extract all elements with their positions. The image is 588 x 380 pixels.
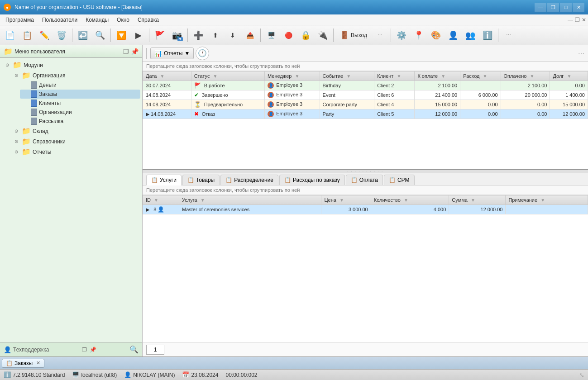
sidebar-item-organizatsii[interactable]: ▷ Организации xyxy=(20,108,140,117)
col-header-status[interactable]: Статус ▼ xyxy=(191,71,264,81)
page-number-input[interactable] xyxy=(146,345,164,355)
sidebar-pin-icon[interactable]: 📌 xyxy=(131,48,139,55)
menu-right-restore[interactable]: ❐ xyxy=(575,17,580,23)
expand-organization[interactable]: ⊙ xyxy=(13,72,20,79)
toolbar-edit[interactable]: ✏️ xyxy=(36,27,53,43)
cell-note xyxy=(506,205,588,214)
clock-button[interactable]: 🕐 xyxy=(196,47,209,60)
sidebar-item-zakazy[interactable]: ▷ Заказы xyxy=(20,90,140,99)
toolbar-screen2[interactable]: 🔴 xyxy=(280,27,296,43)
table-row[interactable]: ▶ 8 👤 Master of ceremonies services 3 00… xyxy=(143,205,588,214)
maximize-button[interactable]: □ xyxy=(560,3,572,12)
tab-oplata[interactable]: 📋 Оплата xyxy=(346,175,383,185)
menu-programa[interactable]: Программа xyxy=(2,16,38,24)
close-button[interactable]: ✕ xyxy=(573,3,584,12)
expand-sprav[interactable]: ⊙ xyxy=(13,138,20,145)
col-header-paid[interactable]: Оплачено ▼ xyxy=(501,71,550,81)
toolbar-users[interactable]: 👥 xyxy=(462,27,478,43)
toolbar-flag[interactable]: 🚩 xyxy=(152,27,168,43)
status-resize-icon[interactable]: ⤡ xyxy=(579,371,584,379)
tab-raspredelenie[interactable]: 📋 Распределение xyxy=(220,175,278,185)
sidebar-item-dengi[interactable]: ▷ Деньги xyxy=(20,81,140,90)
table-row[interactable]: ▶ 14.08.2024 ✖ Отказ 👤 Employee 3 Party … xyxy=(143,109,588,119)
sidebar-item-organization[interactable]: ⊙ 📁 Организация xyxy=(11,70,140,81)
sidebar-restore-btn[interactable]: ❐ xyxy=(82,347,87,353)
col-header-date[interactable]: Дата ▼ xyxy=(143,71,191,81)
toolbar-dots[interactable]: ⋯ xyxy=(372,27,388,43)
toolbar-search[interactable]: 🔍 xyxy=(92,27,108,43)
menu-komandy[interactable]: Команды xyxy=(82,16,112,24)
services-table-scroll[interactable]: ID ▼ Услуга ▼ Цена ▼ Количество ▼ Сумма … xyxy=(143,195,588,342)
menu-right-close[interactable]: ✕ xyxy=(582,17,586,23)
tab-crm[interactable]: 📋 CPM xyxy=(384,175,415,185)
toolbar-upload-up[interactable]: ⬆ xyxy=(207,27,224,43)
expand-sklad[interactable]: ⊙ xyxy=(13,128,20,135)
col-header-id[interactable]: ID ▼ xyxy=(143,195,179,205)
sidebar-item-rassylka[interactable]: ▷ Рассылка xyxy=(20,117,140,126)
main-table-scroll[interactable]: Дата ▼ Статус ▼ Менеджер ▼ Событие ▼ Кли… xyxy=(143,71,588,169)
col-header-expense[interactable]: Расход ▼ xyxy=(460,71,501,81)
col-header-manager[interactable]: Менеджер ▼ xyxy=(265,71,320,81)
toolbar-settings[interactable]: ⚙️ xyxy=(393,27,410,43)
main-panel: 📊 Отчеты ▼ 🕐 ⋯ Перетащите сюда заголовок… xyxy=(143,45,588,356)
toolbar-undo[interactable]: ↩️ xyxy=(75,27,91,43)
restore-button[interactable]: ❐ xyxy=(547,3,559,12)
table-row[interactable]: 14.08.2024 ⏳ Предварительно 👤 Employee 3… xyxy=(143,100,588,109)
expand-modules[interactable]: ⊙ xyxy=(4,62,11,69)
toolbar-filter[interactable]: 🔽 xyxy=(113,27,129,43)
menu-spravka[interactable]: Справка xyxy=(134,16,163,24)
col-header-client[interactable]: Клиент ▼ xyxy=(374,71,415,81)
status-user: 👤 NIKOLAY (MAIN) xyxy=(124,371,175,378)
toolbar-new[interactable]: 📄 xyxy=(2,27,18,43)
col-header-note[interactable]: Примечание ▼ xyxy=(506,195,588,205)
toolbar-upload[interactable]: ⬇ xyxy=(225,27,241,43)
cell-debt: 1 400.00 xyxy=(550,90,588,100)
status-bar: ℹ️ 7.2.9148.10 Standard 🖥️ localhost (ut… xyxy=(0,369,588,380)
col-header-qty[interactable]: Количество ▼ xyxy=(371,195,449,205)
tab-tovary[interactable]: 📋 Товары xyxy=(182,175,220,185)
sidebar-item-spravochniki[interactable]: ⊙ 📁 Справочники xyxy=(11,136,140,147)
taskbar-item-zakazy[interactable]: 📋 Заказы ✕ xyxy=(2,359,44,368)
sidebar-pin-btn[interactable]: 📌 xyxy=(90,347,96,353)
toolbar-extra[interactable]: ⋯ xyxy=(501,27,517,43)
toolbar-exit[interactable]: 🚪 Выход xyxy=(336,28,371,42)
toolbar-user[interactable]: 👤 xyxy=(445,27,461,43)
sidebar-item-otchety[interactable]: ⊙ 📁 Отчеты xyxy=(11,147,140,157)
col-header-topay[interactable]: К оплате ▼ xyxy=(415,71,460,81)
sidebar-search-icon[interactable]: 🔍 xyxy=(129,345,139,354)
toolbar-delete[interactable]: 🗑️ xyxy=(53,27,70,43)
tab-rashody[interactable]: 📋 Расходы по заказу xyxy=(279,175,345,185)
toolbar-location[interactable]: 📍 xyxy=(411,27,427,43)
toolbar-palette[interactable]: 🎨 xyxy=(428,27,444,43)
sidebar-item-sklad[interactable]: ⊙ 📁 Склад xyxy=(11,126,140,136)
menu-okno[interactable]: Окно xyxy=(113,16,133,24)
reports-right-icon[interactable]: ⋯ xyxy=(578,50,584,57)
col-header-debt[interactable]: Долг ▼ xyxy=(550,71,588,81)
col-header-sum[interactable]: Сумма ▼ xyxy=(449,195,506,205)
toolbar-plug[interactable]: 🔌 xyxy=(315,27,331,43)
toolbar-copy[interactable]: 📋 xyxy=(19,27,35,43)
table-row[interactable]: 30.07.2024 🚩 В работе 👤 Employee 3 Birth… xyxy=(143,81,588,90)
toolbar-photo[interactable]: 📷 ▼ xyxy=(169,27,185,43)
toolbar-add[interactable]: ➕ xyxy=(190,27,206,43)
menu-polzovateli[interactable]: Пользователи xyxy=(38,16,81,24)
taskbar-close-icon[interactable]: ✕ xyxy=(36,360,40,366)
toolbar-lock[interactable]: 🔒 xyxy=(297,27,314,43)
sidebar-item-klienty[interactable]: ▷ Клиенты xyxy=(20,99,140,108)
minimize-button[interactable]: — xyxy=(535,3,546,12)
sidebar-restore-icon[interactable]: ❐ xyxy=(123,48,129,55)
expand-otchety[interactable]: ⊙ xyxy=(13,148,20,156)
reports-button[interactable]: 📊 Отчеты ▼ xyxy=(150,48,194,59)
menu-right-minimize[interactable]: — xyxy=(568,17,573,23)
cell-client: Client 4 xyxy=(374,100,415,109)
toolbar-screen1[interactable]: 🖥️ xyxy=(263,27,279,43)
toolbar-run[interactable]: ▶ xyxy=(130,27,147,43)
tab-uslugi[interactable]: 📋 Услуги xyxy=(146,175,182,185)
toolbar-upload2[interactable]: 📤 xyxy=(242,27,258,43)
toolbar-info[interactable]: ℹ️ xyxy=(479,27,496,43)
col-header-event[interactable]: Событие ▼ xyxy=(320,71,374,81)
sidebar-item-modules[interactable]: ⊙ 📁 Модули xyxy=(2,60,140,70)
col-header-price[interactable]: Цена ▼ xyxy=(321,195,371,205)
col-header-service[interactable]: Услуга ▼ xyxy=(179,195,321,205)
table-row[interactable]: 14.08.2024 ✔ Завершено 👤 Employee 3 Even… xyxy=(143,90,588,100)
